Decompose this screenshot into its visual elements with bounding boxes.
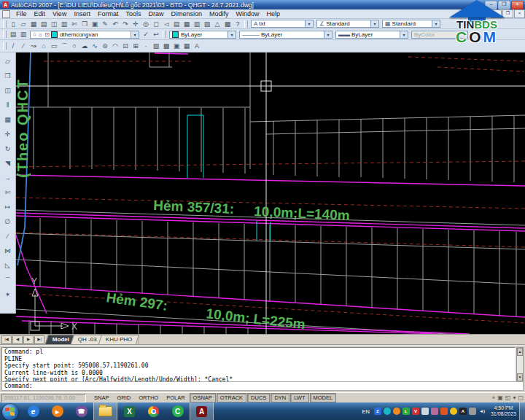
status-toggle[interactable]: SNAP xyxy=(90,393,112,402)
taskbar-ie[interactable]: e xyxy=(21,402,45,420)
copy-icon[interactable]: ❐ xyxy=(79,20,90,28)
chevron-down-icon[interactable]: ▾ xyxy=(400,31,408,38)
zoom-window-icon[interactable]: ◻ xyxy=(151,20,161,28)
menu-item[interactable]: File xyxy=(12,10,31,18)
tool-palettes-icon[interactable]: ▥ xyxy=(192,20,202,28)
menu-item[interactable]: Draw xyxy=(144,10,167,18)
zoom-previous-icon[interactable]: ◅ xyxy=(161,20,171,28)
chevron-down-icon[interactable]: ▾ xyxy=(305,20,313,27)
tray-icon[interactable]: ◄) xyxy=(478,408,486,415)
layer-properties-icon[interactable]: ▤ xyxy=(8,30,18,39)
save-icon[interactable]: ▦ xyxy=(28,20,39,28)
tray-icon[interactable] xyxy=(384,408,391,415)
help-icon[interactable]: ? xyxy=(233,20,243,28)
tab-nav-button[interactable]: ▶ xyxy=(23,335,34,344)
table-style-combo[interactable]: ▦ Standard ▾ xyxy=(382,20,440,28)
coordinate-readout[interactable]: 595117.61, 1190296.78, 0.00 xyxy=(1,394,86,402)
layer-freeze-icon[interactable]: ☼ xyxy=(38,31,43,38)
menu-item[interactable]: Modify xyxy=(206,10,233,18)
tray-icon[interactable]: L xyxy=(402,408,410,415)
match-properties-icon[interactable]: ✎ xyxy=(100,20,110,28)
status-toggle[interactable]: DUCS xyxy=(247,393,270,402)
line-icon[interactable]: / xyxy=(8,42,18,50)
taskbar-coccoc[interactable]: C xyxy=(166,402,190,420)
taskbar-chrome[interactable] xyxy=(141,402,166,420)
rotate-icon[interactable]: ↻ xyxy=(3,141,13,156)
tab-nav-button[interactable]: ▶| xyxy=(34,335,44,344)
menu-item[interactable]: Dimension xyxy=(167,10,206,18)
new-icon[interactable]: ▯ xyxy=(8,20,18,28)
tray-icon[interactable]: Z xyxy=(374,408,381,415)
chevron-down-icon[interactable]: ▾ xyxy=(131,31,139,38)
quickcalc-icon[interactable]: ▩ xyxy=(222,20,233,28)
tray-icon[interactable] xyxy=(450,408,457,415)
copy-object-icon[interactable]: ❐ xyxy=(3,69,13,83)
scale-icon[interactable]: ◥ xyxy=(3,156,13,171)
break-icon[interactable]: ∕ xyxy=(3,229,13,244)
designcenter-icon[interactable]: ▦ xyxy=(182,20,192,28)
construction-line-icon[interactable]: ∕ xyxy=(18,42,28,50)
array-icon[interactable]: ▦ xyxy=(3,112,13,127)
status-toggle[interactable]: ORTHO xyxy=(135,393,162,402)
chamfer-icon[interactable]: ◺ xyxy=(3,258,13,273)
start-button[interactable] xyxy=(2,404,18,420)
command-history[interactable]: Command: plPLINESpecify start point: 595… xyxy=(1,347,516,382)
rectangle-icon[interactable]: ▭ xyxy=(49,42,59,50)
publish-icon[interactable]: ▥ xyxy=(59,20,69,28)
status-toggle[interactable]: GRID xyxy=(113,393,134,402)
markup-icon[interactable]: △ xyxy=(212,20,222,28)
stretch-icon[interactable]: → xyxy=(3,171,13,185)
status-toggle[interactable]: OSNAP xyxy=(190,393,216,402)
chevron-down-icon[interactable]: ▾ xyxy=(324,31,332,38)
layer-combo[interactable]: ○ ☼ ⊡ dthemcongvan ▾ xyxy=(30,31,139,39)
taskbar-autocad[interactable]: A xyxy=(190,402,214,420)
gradient-icon[interactable]: ▩ xyxy=(161,42,171,50)
menu-item[interactable]: Help xyxy=(263,10,284,18)
layout-tab[interactable]: KHU PHO xyxy=(98,335,140,344)
mirror-icon[interactable]: ◫ xyxy=(3,83,13,98)
comm-center-icon[interactable]: ⌖ xyxy=(492,394,496,402)
break-at-point-icon[interactable]: ∅ xyxy=(3,214,13,229)
text-style-combo[interactable]: A txt ▾ xyxy=(251,20,314,28)
arc-icon[interactable]: ⌒ xyxy=(59,42,69,50)
show-desktop-button[interactable] xyxy=(519,402,525,420)
close-button[interactable]: × xyxy=(511,1,524,9)
lineweight-combo[interactable]: ▬▬ ByLayer ▾ xyxy=(335,31,408,39)
trusted-dwg-icon[interactable]: ▣ xyxy=(497,394,503,401)
status-menu-caret[interactable]: ▾ xyxy=(513,394,516,401)
doc-restore-button[interactable]: ❐ xyxy=(502,9,513,18)
taskbar-clock[interactable]: 4:50 PM 31/08/2023 xyxy=(491,405,516,417)
menu-item[interactable]: View xyxy=(49,10,70,18)
chevron-down-icon[interactable]: ▾ xyxy=(432,20,440,27)
ellipse-arc-icon[interactable]: ◠ xyxy=(110,42,120,50)
chevron-down-icon[interactable]: ▾ xyxy=(228,31,236,38)
minimize-button[interactable]: – xyxy=(485,1,497,9)
move-icon[interactable]: ✛ xyxy=(3,127,13,141)
pan-icon[interactable]: ✛ xyxy=(131,20,141,28)
chevron-down-icon[interactable]: ▾ xyxy=(370,20,378,27)
tab-nav-button[interactable]: |◀ xyxy=(1,335,12,344)
spline-icon[interactable]: ∿ xyxy=(90,42,100,50)
menu-item[interactable]: Format xyxy=(94,10,122,18)
color-combo[interactable]: ByLayer ▾ xyxy=(169,31,236,39)
taskbar-explorer[interactable] xyxy=(93,402,117,420)
zoom-realtime-icon[interactable]: ◎ xyxy=(141,20,151,28)
layer-color-swatch[interactable] xyxy=(51,31,58,38)
explode-icon[interactable]: ✶ xyxy=(3,287,13,302)
command-prompt[interactable]: Command: xyxy=(1,381,524,391)
clean-screen-icon[interactable]: ◱ xyxy=(505,394,511,401)
mtext-icon[interactable]: A xyxy=(192,42,202,50)
menu-item[interactable]: Window xyxy=(233,10,263,18)
scroll-down-icon[interactable]: ▼ xyxy=(517,373,523,381)
tray-icon[interactable] xyxy=(440,408,448,415)
drawing-canvas[interactable]: Y X Hẻm 357/31: 10,0m;L=140m Hẻm 297: 10… xyxy=(0,52,525,334)
status-toggle[interactable]: MODEL xyxy=(310,393,337,402)
plot-icon[interactable]: ▤ xyxy=(39,20,49,28)
polygon-icon[interactable]: ⌂ xyxy=(39,42,49,50)
tray-icon[interactable] xyxy=(393,408,400,415)
join-icon[interactable]: ⋈ xyxy=(3,244,13,258)
polyline-icon[interactable]: ↝ xyxy=(28,42,39,50)
linetype-combo[interactable]: ——— ByLayer ▾ xyxy=(239,31,332,39)
ellipse-icon[interactable]: ⊜ xyxy=(100,42,110,50)
taskbar-mediaplayer[interactable]: ▸ xyxy=(45,402,69,420)
